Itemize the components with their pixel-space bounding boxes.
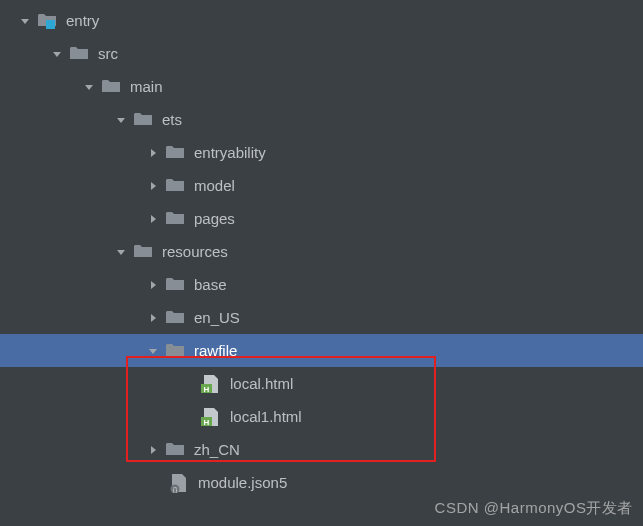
tree-item-label: ets — [162, 112, 182, 127]
tree-item-label: pages — [194, 211, 235, 226]
project-tree: entrysrcmainetsentryabilitymodelpagesres… — [0, 0, 643, 499]
tree-item-label: src — [98, 46, 118, 61]
arrow-none — [148, 474, 166, 492]
tree-item-label: entryability — [194, 145, 266, 160]
tree-item-label: main — [130, 79, 163, 94]
tree-row-en_US[interactable]: en_US — [0, 301, 643, 334]
chevron-right-icon[interactable] — [144, 144, 162, 162]
arrow-none — [180, 375, 198, 393]
html-file-icon — [200, 406, 222, 428]
folder-icon — [164, 439, 186, 461]
module-folder-icon — [36, 10, 58, 32]
tree-row-entry[interactable]: entry — [0, 4, 643, 37]
folder-icon — [164, 307, 186, 329]
tree-row-resources[interactable]: resources — [0, 235, 643, 268]
tree-row-local-html[interactable]: local.html — [0, 367, 643, 400]
folder-icon — [132, 241, 154, 263]
chevron-right-icon[interactable] — [144, 210, 162, 228]
tree-row-pages[interactable]: pages — [0, 202, 643, 235]
tree-item-label: resources — [162, 244, 228, 259]
tree-item-label: rawfile — [194, 343, 237, 358]
chevron-down-icon[interactable] — [48, 45, 66, 63]
folder-icon — [164, 175, 186, 197]
folder-icon — [132, 109, 154, 131]
chevron-right-icon[interactable] — [144, 177, 162, 195]
tree-row-src[interactable]: src — [0, 37, 643, 70]
tree-item-label: zh_CN — [194, 442, 240, 457]
folder-icon — [164, 208, 186, 230]
folder-icon — [164, 274, 186, 296]
tree-item-label: local1.html — [230, 409, 302, 424]
tree-row-rawfile[interactable]: rawfile — [0, 334, 643, 367]
tree-item-label: base — [194, 277, 227, 292]
chevron-down-icon[interactable] — [16, 12, 34, 30]
tree-item-label: en_US — [194, 310, 240, 325]
tree-row-local1-html[interactable]: local1.html — [0, 400, 643, 433]
folder-icon — [100, 76, 122, 98]
tree-row-zh_CN[interactable]: zh_CN — [0, 433, 643, 466]
folder-icon — [164, 340, 186, 362]
chevron-right-icon[interactable] — [144, 309, 162, 327]
tree-item-label: model — [194, 178, 235, 193]
folder-icon — [164, 142, 186, 164]
chevron-right-icon[interactable] — [144, 276, 162, 294]
tree-row-model[interactable]: model — [0, 169, 643, 202]
html-file-icon — [200, 373, 222, 395]
watermark: CSDN @HarmonyOS开发者 — [435, 499, 633, 518]
tree-row-ets[interactable]: ets — [0, 103, 643, 136]
chevron-down-icon[interactable] — [80, 78, 98, 96]
json5-file-icon — [168, 472, 190, 494]
tree-item-label: entry — [66, 13, 99, 28]
tree-row-entryability[interactable]: entryability — [0, 136, 643, 169]
folder-icon — [68, 43, 90, 65]
chevron-down-icon[interactable] — [112, 243, 130, 261]
chevron-down-icon[interactable] — [144, 342, 162, 360]
tree-row-base[interactable]: base — [0, 268, 643, 301]
tree-item-label: local.html — [230, 376, 293, 391]
chevron-right-icon[interactable] — [144, 441, 162, 459]
tree-row-main[interactable]: main — [0, 70, 643, 103]
arrow-none — [180, 408, 198, 426]
tree-item-label: module.json5 — [198, 475, 287, 490]
tree-row-module-json5[interactable]: module.json5 — [0, 466, 643, 499]
chevron-down-icon[interactable] — [112, 111, 130, 129]
